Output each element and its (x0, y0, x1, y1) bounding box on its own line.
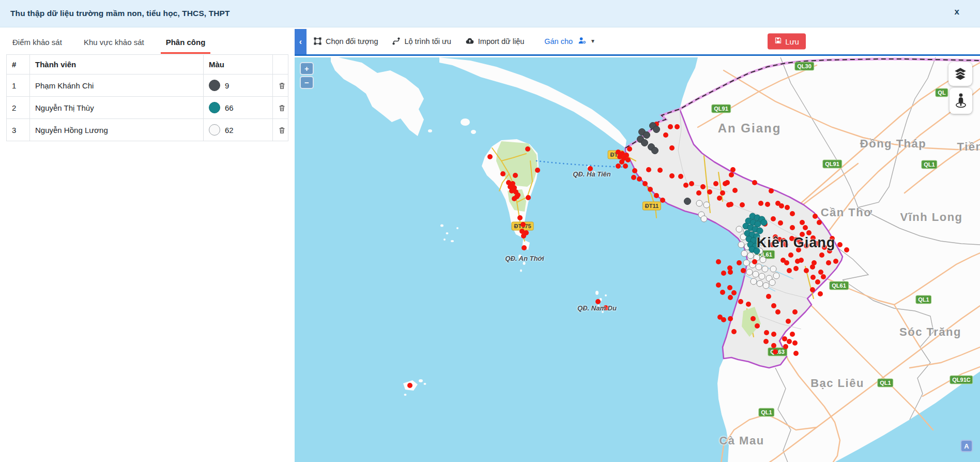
survey-marker-white[interactable] (701, 216, 708, 222)
survey-marker-red[interactable] (813, 214, 818, 219)
survey-marker-red[interactable] (793, 266, 799, 271)
survey-marker-white[interactable] (770, 266, 777, 273)
survey-marker-red[interactable] (603, 305, 608, 310)
survey-marker-red[interactable] (487, 154, 493, 159)
survey-marker-red[interactable] (751, 316, 756, 321)
survey-marker-red[interactable] (771, 216, 776, 221)
survey-marker-red[interactable] (729, 172, 734, 177)
tab-khu-vuc-khao-sat[interactable]: Khu vực khảo sát (79, 31, 149, 54)
survey-marker-red[interactable] (657, 168, 663, 173)
street-view-button[interactable] (950, 88, 972, 114)
attribution-button[interactable]: A (960, 440, 973, 452)
survey-marker-red[interactable] (713, 181, 718, 186)
survey-marker-red[interactable] (627, 146, 632, 152)
survey-marker-red[interactable] (810, 264, 815, 270)
survey-marker-red[interactable] (830, 236, 835, 241)
survey-marker-red[interactable] (728, 270, 733, 275)
survey-marker-red[interactable] (788, 252, 793, 258)
survey-marker-red[interactable] (817, 220, 822, 225)
survey-marker-red[interactable] (784, 260, 789, 265)
survey-marker-red[interactable] (765, 202, 770, 207)
survey-marker-red[interactable] (648, 187, 653, 192)
survey-marker-red[interactable] (668, 124, 673, 129)
survey-marker-red[interactable] (770, 242, 775, 247)
survey-marker-red[interactable] (775, 309, 780, 315)
survey-marker-red[interactable] (737, 260, 742, 265)
survey-marker-red[interactable] (778, 220, 783, 226)
survey-marker-red[interactable] (526, 195, 531, 200)
survey-marker-red[interactable] (792, 309, 798, 315)
survey-marker-red[interactable] (728, 202, 733, 207)
survey-marker-red[interactable] (678, 174, 683, 179)
survey-marker-red[interactable] (521, 233, 526, 239)
survey-marker-red[interactable] (786, 319, 791, 324)
survey-marker-red[interactable] (771, 343, 776, 348)
member-color-swatch[interactable] (209, 80, 220, 91)
survey-marker-red[interactable] (790, 332, 795, 337)
select-object-button[interactable]: Chọn đối tượng (313, 37, 378, 46)
delete-member-button[interactable] (278, 126, 286, 135)
optimal-route-button[interactable]: Lộ trình tối ưu (392, 37, 451, 46)
survey-marker-red[interactable] (525, 146, 530, 152)
survey-marker-white[interactable] (769, 279, 776, 286)
survey-marker-red[interactable] (783, 344, 788, 349)
survey-marker-red[interactable] (785, 205, 790, 210)
survey-marker-white[interactable] (736, 226, 743, 233)
survey-marker-dark[interactable] (643, 131, 650, 139)
survey-marker-red[interactable] (804, 268, 809, 273)
survey-marker-red[interactable] (520, 222, 526, 227)
survey-marker-red[interactable] (810, 287, 815, 292)
survey-marker-dark[interactable] (684, 198, 691, 205)
survey-marker-red[interactable] (789, 236, 794, 241)
member-color-swatch[interactable] (209, 124, 220, 136)
survey-marker-red[interactable] (819, 252, 824, 258)
survey-marker-red[interactable] (717, 196, 722, 201)
survey-marker-red[interactable] (513, 173, 518, 178)
import-data-button[interactable]: Import dữ liệu (465, 37, 525, 46)
survey-marker-red[interactable] (766, 294, 771, 299)
survey-marker-red[interactable] (522, 245, 527, 250)
survey-marker-red[interactable] (746, 302, 751, 307)
survey-marker-red[interactable] (792, 340, 798, 346)
survey-marker-red[interactable] (738, 299, 743, 304)
survey-marker-red[interactable] (793, 351, 799, 356)
survey-marker-red[interactable] (642, 181, 648, 186)
survey-marker-red[interactable] (500, 171, 506, 176)
map-canvas[interactable]: QL30QL91QL91QL1QLQL61QL61QL1QL63QL1QL91C… (295, 57, 980, 462)
survey-marker-red[interactable] (512, 196, 517, 201)
survey-marker-red[interactable] (814, 241, 819, 246)
survey-marker-red[interactable] (595, 299, 601, 304)
survey-marker-red[interactable] (837, 242, 843, 247)
survey-marker-red[interactable] (771, 303, 776, 308)
survey-marker-white[interactable] (760, 257, 767, 263)
survey-marker-red[interactable] (646, 167, 651, 172)
survey-marker-red[interactable] (740, 202, 745, 207)
survey-marker-white[interactable] (773, 273, 780, 279)
tab-diem-khao-sat[interactable]: Điểm khảo sát (7, 31, 67, 54)
survey-marker-dark[interactable] (653, 126, 660, 133)
survey-marker-red[interactable] (730, 167, 736, 172)
survey-marker-red[interactable] (675, 124, 680, 129)
collapse-panel-button[interactable]: ‹ (295, 29, 307, 54)
survey-marker-white[interactable] (763, 282, 770, 289)
survey-marker-red[interactable] (810, 275, 816, 280)
survey-marker-red[interactable] (727, 285, 732, 290)
survey-marker-red[interactable] (741, 268, 746, 273)
survey-marker-red[interactable] (728, 295, 733, 300)
survey-marker-red[interactable] (827, 248, 832, 254)
survey-marker-dark[interactable] (641, 139, 648, 146)
survey-marker-red[interactable] (781, 238, 786, 243)
survey-marker-red[interactable] (696, 190, 701, 196)
survey-marker-red[interactable] (821, 274, 826, 279)
survey-marker-red[interactable] (588, 166, 593, 171)
survey-marker-red[interactable] (700, 184, 706, 189)
save-button[interactable]: Lưu (768, 33, 806, 49)
delete-member-button[interactable] (278, 103, 286, 112)
survey-marker-red[interactable] (752, 259, 757, 264)
member-color-swatch[interactable] (209, 102, 220, 113)
close-icon[interactable]: x (955, 7, 959, 16)
survey-marker-red[interactable] (844, 247, 849, 252)
survey-marker-red[interactable] (800, 220, 805, 225)
survey-marker-teal[interactable] (761, 219, 768, 226)
survey-marker-red[interactable] (723, 181, 728, 186)
